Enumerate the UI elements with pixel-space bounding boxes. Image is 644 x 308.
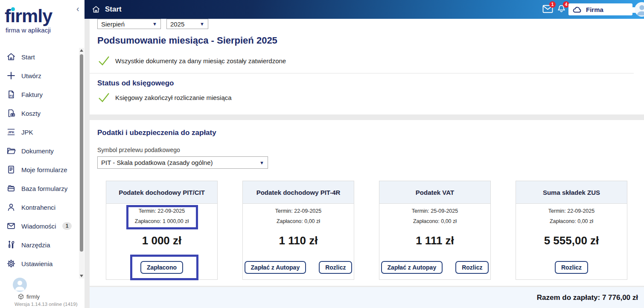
card-title: Podatek dochodowy PIT-4R: [256, 189, 341, 196]
chevron-down-icon: ▼: [259, 160, 264, 165]
card-deadline: Termin: 22-09-2025: [106, 208, 217, 214]
scrollbar-thumb[interactable]: [80, 54, 83, 252]
sidebar-nav: Start Utwórz FV Faktury Koszty JPK JPK D…: [0, 47, 79, 273]
person-icon: [6, 202, 17, 212]
app-logo: fırmly firma w aplikacji: [5, 6, 52, 34]
form-icon: [6, 164, 17, 175]
scroll-down-icon[interactable]: [80, 275, 83, 277]
card-title: Podatek dochodowy PIT/CIT: [119, 189, 205, 196]
rozlicz-button[interactable]: Rozlicz: [319, 261, 352, 274]
autopay-button[interactable]: Zapłać z Autopay: [381, 261, 443, 274]
section-divider: [90, 73, 634, 73]
zaplacono-button[interactable]: Zapłacono: [140, 261, 183, 274]
card-amount: 1 111 zł: [379, 234, 490, 247]
user-avatar[interactable]: [13, 278, 27, 292]
logo-text: fırmly: [5, 6, 52, 26]
check-icon: [98, 92, 110, 103]
card-title: Podatek VAT: [416, 189, 454, 196]
tax-card-pit-4r: Podatek dochodowy PIT-4R Termin: 22-09-2…: [242, 181, 354, 280]
folders-icon: [6, 183, 17, 194]
card-header: Podatek dochodowy PIT/CIT: [106, 181, 217, 204]
card-paid: Zapłacono: 0,00 zł: [516, 218, 627, 224]
sidebar-item-start[interactable]: Start: [0, 47, 79, 66]
sidebar-item-koszty[interactable]: Koszty: [0, 104, 79, 123]
footer-app-name: firmly: [26, 293, 40, 300]
tax-card-pit-cit: Podatek dochodowy PIT/CIT Termin: 22-09-…: [106, 181, 218, 280]
home-icon: [91, 5, 101, 14]
card-header: Podatek VAT: [379, 181, 490, 204]
company-selector[interactable]: Firma: [568, 3, 632, 15]
summary-panel: Sierpień ▼ 2025 ▼ Podsumowanie miesiąca …: [90, 19, 644, 114]
month-summary-heading: Podsumowanie miesiąca - Sierpień 2025: [97, 35, 277, 46]
scroll-up-icon[interactable]: [80, 49, 83, 52]
card-title: Suma składek ZUS: [543, 189, 600, 196]
svg-text:JPK: JPK: [8, 130, 15, 134]
tax-card-vat: Podatek VAT Termin: 25-09-2025 Zapłacono…: [379, 181, 491, 280]
transfer-symbol-select[interactable]: PIT - Skala podatkowa (zasady ogólne) ▼: [97, 156, 268, 169]
total-due-label: Razem do zapłaty: 7 776,00 zł: [537, 293, 638, 302]
card-paid: Zapłacono: 0,00 zł: [379, 218, 490, 224]
total-strip: Razem do zapłaty: 7 776,00 zł: [90, 287, 644, 308]
svg-text:FV: FV: [10, 94, 14, 97]
sidebar-item-kontrahenci[interactable]: Kontrahenci: [0, 198, 79, 217]
card-amount: 5 555,00 zł: [516, 234, 627, 247]
sidebar-item-utworz[interactable]: Utwórz: [0, 66, 79, 85]
gear-icon: [6, 258, 17, 269]
autopay-button[interactable]: Zapłać z Autopay: [245, 261, 306, 274]
card-paid: Zapłacono: 0,00 zł: [243, 218, 354, 224]
card-amount: 1 000 zł: [106, 234, 217, 247]
account-avatar[interactable]: [635, 2, 644, 17]
logo-tagline: firma w aplikacji: [6, 26, 52, 34]
messages-badge: 1: [62, 222, 72, 230]
invoice-icon: FV: [6, 89, 17, 100]
plus-icon: [6, 70, 17, 81]
transfer-symbol-label: Symbol przelewu podatkowego: [97, 147, 180, 153]
tax-card-zus: Suma składek ZUS Termin: 22-09-2025 Zapł…: [516, 181, 627, 280]
accountant-status-row: Księgowy zakończył rozliczanie miesiąca: [98, 92, 232, 103]
taxes-heading: Podatki i ubezpieczenia do zapłaty: [97, 129, 216, 137]
rozlicz-button[interactable]: Rozlicz: [455, 261, 489, 274]
documents-status-row: Wszystkie dokumenty za dany miesiąc zost…: [98, 56, 286, 66]
check-icon: [98, 56, 110, 66]
sidebar-item-moje-formularze[interactable]: Moje formularze: [0, 160, 79, 179]
card-deadline: Termin: 22-09-2025: [516, 208, 627, 214]
tools-icon: [6, 240, 17, 250]
card-header: Podatek dochodowy PIT-4R: [243, 181, 354, 204]
card-paid: Zapłacono: 1 000,00 zł: [106, 218, 217, 224]
cloud-icon: [572, 5, 583, 14]
main-content: Sierpień ▼ 2025 ▼ Podsumowanie miesiąca …: [85, 19, 644, 308]
envelope-icon: [6, 221, 17, 231]
accountant-status-text: Księgowy zakończył rozliczanie miesiąca: [115, 94, 232, 101]
sidebar-item-baza-formularzy[interactable]: Baza formularzy: [0, 179, 79, 198]
sidebar-item-wiadomosci[interactable]: Wiadomości 1: [0, 217, 79, 235]
chevron-down-icon: ▼: [200, 21, 204, 26]
mail-badge: 1: [549, 1, 556, 8]
folder-open-icon: [6, 146, 17, 156]
costs-icon: [6, 108, 17, 118]
sidebar: ‹ fırmly firma w aplikacji Start Utwórz …: [0, 0, 85, 308]
sidebar-item-ustawienia[interactable]: Ustawienia: [0, 254, 79, 273]
card-deadline: Termin: 25-09-2025: [379, 208, 490, 214]
jpk-icon: JPK: [6, 127, 17, 137]
year-select[interactable]: 2025 ▼: [166, 19, 208, 29]
company-name: Firma: [586, 6, 603, 13]
rozlicz-button[interactable]: Rozlicz: [555, 261, 588, 274]
page-title: Start: [91, 0, 122, 19]
app-version-row: firmly: [18, 293, 40, 300]
sidebar-item-dokumenty[interactable]: Dokumenty: [0, 141, 79, 160]
taxes-panel: Podatki i ubezpieczenia do zapłaty Symbo…: [90, 120, 644, 286]
cube-icon: [18, 293, 24, 300]
card-header: Suma składek ZUS: [516, 181, 627, 204]
sidebar-item-jpk[interactable]: JPK JPK: [0, 123, 79, 141]
version-label: Wersja 1.14.13 online (1419): [15, 302, 77, 307]
topbar: Start 1 4 Firma: [85, 0, 644, 19]
sidebar-collapse-icon[interactable]: ‹: [76, 4, 79, 13]
chevron-down-icon: ▼: [152, 21, 157, 26]
month-select[interactable]: Sierpień ▼: [97, 19, 161, 29]
card-deadline: Termin: 22-09-2025: [243, 208, 354, 214]
sidebar-item-faktury[interactable]: FV Faktury: [0, 85, 79, 104]
sidebar-item-narzedzia[interactable]: Narzędzia: [0, 235, 79, 254]
documents-status-text: Wszystkie dokumenty za dany miesiąc zost…: [115, 57, 286, 65]
card-amount: 1 110 zł: [243, 234, 354, 247]
sidebar-scrollbar[interactable]: [79, 48, 84, 279]
